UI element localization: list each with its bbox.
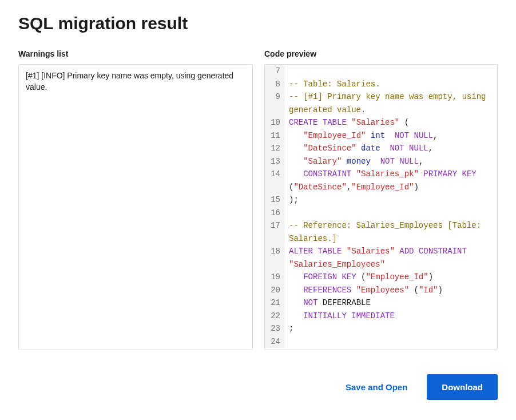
code-token: "DateSince" [293,183,346,192]
code-content: ); [284,193,497,207]
code-token [289,298,303,307]
code-content: INITIALLY IMMEDIATE [284,310,497,323]
code-content: ALTER TABLE "Salaries" ADD CONSTRAINT "S… [284,245,497,271]
code-line: 24 [265,335,497,348]
line-number: 14 [265,168,284,193]
line-number: 11 [265,129,284,142]
code-line: 17-- Reference: Salaries_Employees [Tabl… [265,219,497,245]
code-token [371,157,380,166]
code-token: "DateSince" [303,144,356,153]
line-number: 17 [265,219,284,245]
warnings-column: Warnings list [#1] [INFO] Primary key na… [18,49,253,350]
warnings-panel: [#1] [INFO] Primary key name was empty, … [18,64,253,350]
code-panel: 78-- Table: Salaries.9-- [#1] Primary ke… [264,64,498,350]
code-token [351,169,356,179]
line-number: 7 [265,65,284,78]
code-token: -- Table: Salaries. [289,80,380,89]
content-columns: Warnings list [#1] [INFO] Primary key na… [18,49,498,350]
code-content: CREATE TABLE "Salaries" ( [284,116,497,129]
download-button[interactable]: Download [427,374,498,400]
code-content: ; [284,322,497,335]
code-line: 16 [265,207,497,220]
warning-item: [#1] [INFO] Primary key name was empty, … [26,70,245,93]
code-token: , [347,183,351,192]
line-number: 15 [265,193,284,207]
code-token: -- Reference: Salaries_Employees [Table:… [289,221,486,243]
line-number: 22 [265,310,284,323]
code-token [356,144,361,153]
code-token: NOT NULL [390,144,428,153]
code-token: CONSTRAINT [303,169,351,179]
code-token [366,131,370,140]
code-token: "Employee_Id" [351,183,414,192]
line-number: 10 [265,116,284,129]
code-token [289,272,303,282]
code-token [419,169,423,179]
code-token [289,131,303,140]
code-token: "Salary" [303,157,342,166]
code-token [380,144,390,153]
line-number: 13 [265,155,284,168]
code-token [347,118,351,127]
code-token [351,286,356,295]
code-content: FOREIGN KEY ("Employee_Id") [284,271,497,284]
code-token: ADD CONSTRAINT [399,247,467,256]
code-token [289,286,303,295]
code-content: REFERENCES "Employees" ("Id") [284,284,497,297]
code-token [289,169,303,179]
line-number: 16 [265,207,284,220]
code-scroll-area[interactable]: 78-- Table: Salaries.9-- [#1] Primary ke… [265,65,497,350]
code-token [289,157,303,166]
line-number: 24 [265,335,284,348]
code-token: REFERENCES [303,286,351,295]
code-token: , [433,131,438,140]
code-line: 14 CONSTRAINT "Salaries_pk" PRIMARY KEY … [265,168,497,193]
code-token: "Salaries" [351,118,399,127]
code-token: INITIALLY IMMEDIATE [303,311,395,320]
code-line: 13 "Salary" money NOT NULL, [265,155,497,168]
code-token: -- [#1] Primary key name was empty, usin… [289,92,491,114]
code-token [342,247,346,256]
warnings-header: Warnings list [18,49,253,58]
code-token: money [347,157,371,166]
code-token: DEFERRABLE [317,298,370,307]
code-token: ) [438,286,442,295]
line-number: 21 [265,296,284,310]
code-token [385,131,395,140]
code-token: PRIMARY KEY [423,169,476,179]
code-token [289,311,303,320]
code-line: 8-- Table: Salaries. [265,78,497,91]
code-token: , [419,157,423,166]
line-number: 9 [265,90,284,116]
code-token: NOT [303,298,317,307]
code-token: ALTER TABLE [289,247,342,256]
code-content: -- Table: Salaries. [284,78,497,91]
code-token: "Employees" [356,286,409,295]
code-token: "Employee_Id" [366,272,428,282]
code-line: 21 NOT DEFERRABLE [265,296,497,310]
code-token: ( [409,286,419,295]
code-token: ) [428,272,433,282]
code-line: 22 INITIALLY IMMEDIATE [265,310,497,323]
code-column: Code preview 78-- Table: Salaries.9-- [#… [264,49,498,350]
page-title: SQL migration result [18,14,498,33]
code-token: ( [399,118,409,127]
code-token: NOT NULL [395,131,433,140]
code-line: 23; [265,322,497,335]
save-and-open-button[interactable]: Save and Open [342,382,411,393]
code-line: 9-- [#1] Primary key name was empty, usi… [265,90,497,116]
code-token: FOREIGN KEY [303,272,356,282]
code-token: "Salaries_pk" [356,169,419,179]
code-token: int [371,131,385,140]
code-content: "DateSince" date NOT NULL, [284,142,497,155]
code-line: 15); [265,193,497,207]
line-number: 20 [265,284,284,297]
line-number: 8 [265,78,284,91]
code-token: NOT NULL [380,157,419,166]
code-line: 19 FOREIGN KEY ("Employee_Id") [265,271,497,284]
code-line: 12 "DateSince" date NOT NULL, [265,142,497,155]
code-filler [265,348,497,350]
line-number: 23 [265,322,284,335]
code-token: "Id" [419,286,438,295]
line-number: 19 [265,271,284,284]
